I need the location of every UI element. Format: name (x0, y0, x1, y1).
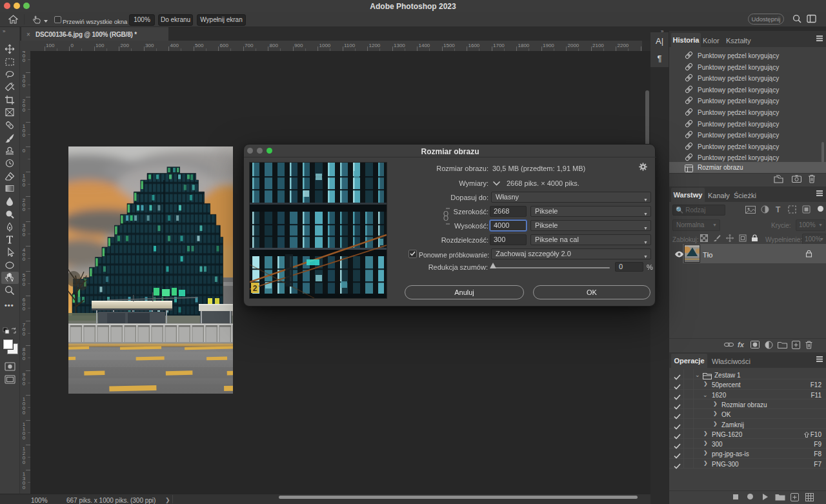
svg-text:2: 2 (253, 284, 257, 293)
